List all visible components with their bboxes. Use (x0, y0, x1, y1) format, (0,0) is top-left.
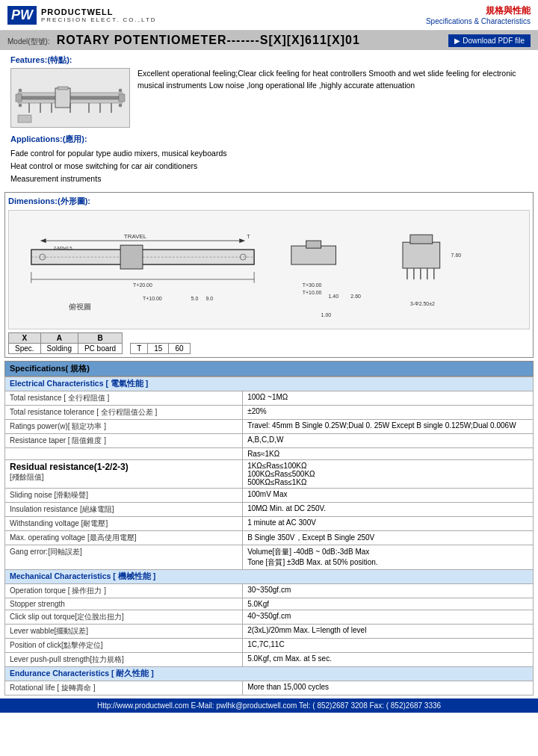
pdf-download-button[interactable]: ▶ Download PDF file (448, 34, 531, 47)
svg-rect-3 (58, 87, 68, 90)
residual-big-label: Residual resistance(1-2/2-3) (10, 462, 129, 472)
xab-header-b: B (78, 333, 122, 344)
residual-val-1: 1KΩ≤Ras≤100KΩ (247, 462, 528, 470)
header: PW PRODUCTWELL PRECISION ELECT. CO.,LTD … (0, 0, 538, 31)
dimensions-drawing: TRAVEL T T+20.00 2-M3x0.5 (8, 210, 530, 329)
specs-main-title: Specifications( 規格) (4, 361, 534, 377)
svg-rect-37 (410, 235, 433, 244)
position-click-label: Position of click[點擊停定位] (5, 639, 243, 653)
svg-point-7 (19, 104, 22, 107)
dimensions-section: Dimensions:(外形圖): TRAVEL T T+20.00 (4, 192, 534, 358)
app-line-1: Fade control for popular type audio mixe… (10, 147, 528, 160)
tolerance-row: Total resistance tolerance [ 全行程阻值公差 ] ±… (5, 406, 534, 420)
dimensions-svg: TRAVEL T T+20.00 2-M3x0.5 (9, 212, 529, 328)
xab-table: X A B Spec. Solding PC board (8, 332, 123, 354)
svg-text:T+30.00: T+30.00 (303, 282, 322, 288)
svg-point-9 (119, 104, 122, 107)
svg-rect-17 (18, 115, 31, 123)
specs-section: Specifications( 規格) Electrical Character… (4, 361, 534, 695)
residual-val-3: 500KΩ≤Ras≤1KΩ (247, 478, 528, 486)
sliding-noise-row: Sliding noise [滑動噪聲] 100mV Max (5, 489, 534, 503)
svg-rect-21 (120, 245, 143, 269)
model-info: Model(型號): ROTARY POTENTIOMETER-------S[… (7, 34, 360, 47)
svg-rect-2 (55, 88, 70, 108)
residual-resistance-row: Residual resistance(1-2/2-3) [殘餘阻值] 1KΩ≤… (5, 460, 534, 489)
features-text: Excellent operational feeling;Clear clic… (137, 68, 528, 128)
svg-marker-24 (40, 238, 46, 243)
logo-icon: PW (7, 6, 37, 25)
resistance-taper-label: Resistance taper [ 阻值錐度 ] (5, 434, 243, 448)
resistance-taper-row: Resistance taper [ 阻值錐度 ] A,B,C,D,W (5, 434, 534, 448)
svg-marker-23 (239, 238, 245, 243)
ratings-power-label: Ratings power(w)[ 額定功率 ] (5, 420, 243, 434)
op-torque-label: Operation torque [ 操作扭力 ] (5, 584, 243, 598)
svg-point-6 (19, 89, 22, 92)
total-resistance-label: Total resistance [ 全行程阻值 ] (5, 391, 243, 406)
svg-text:2.60: 2.60 (350, 294, 361, 299)
svg-text:3-Φ2.50±2: 3-Φ2.50±2 (410, 301, 435, 306)
svg-text:T+20.00: T+20.00 (133, 282, 152, 288)
t-label: T (131, 344, 148, 354)
t-val-1: 15 (148, 344, 169, 354)
svg-rect-35 (306, 241, 321, 248)
lever-wabble-label: Lever wabble[擺動誤差] (5, 625, 243, 639)
applications-text: Fade control for popular type audio mixe… (10, 147, 528, 185)
insulation-row: Insulation resistance [絕緣電阻] 10MΩ Min. a… (5, 503, 534, 517)
footer: Http://www.productwell.com E-Mail: pwlhk… (0, 698, 538, 713)
svg-text:1.00: 1.00 (321, 312, 332, 317)
withstanding-value: 1 minute at AC 300V (243, 517, 534, 531)
features-title: Features:(特點): (10, 55, 528, 66)
click-slip-value: 40~350gf.cm (243, 610, 534, 625)
t-val-2: 60 (169, 344, 190, 354)
model-label: Model(型號): (7, 37, 50, 46)
position-click-value: 1C,7C,11C (243, 639, 534, 653)
rotational-life-label: Rotational life [ 旋轉壽命 ] (5, 681, 243, 695)
max-voltage-row: Max. operating voltage [最高使用電壓] B Single… (5, 531, 534, 545)
push-pull-row: Lever push-pull strength[拉力規格] 5.0Kgf, c… (5, 653, 534, 667)
resistance-taper-value: A,B,C,D,W (243, 434, 534, 448)
applications-section: Applications:(應用): Fade control for popu… (0, 132, 538, 189)
gang-error-val-2: Tone [音質] ±3dB Max. at 50% position. (247, 557, 528, 568)
features-content: Excellent operational feeling;Clear clic… (10, 68, 528, 128)
click-slip-label: Click slip out torque[定位脫出扭力] (5, 610, 243, 625)
stopper-value: 5.0Kgf (243, 598, 534, 610)
svg-text:7.60: 7.60 (451, 252, 462, 258)
features-section: Features:(特點): (0, 50, 538, 132)
tolerance-value: ±20% (243, 406, 534, 420)
svg-text:2-M3x0.5: 2-M3x0.5 (54, 246, 73, 250)
app-line-2: Heat control or mose switching for car a… (10, 160, 528, 173)
product-image (10, 68, 130, 128)
svg-text:T+10.00: T+10.00 (143, 296, 162, 301)
model-bar: Model(型號): ROTARY POTENTIOMETER-------S[… (0, 31, 538, 50)
residual-resistance-values: 1KΩ≤Ras≤100KΩ 100KΩ≤Ras≤500KΩ 500KΩ≤Ras≤… (243, 460, 534, 489)
residual-resistance-label: Residual resistance(1-2/2-3) [殘餘阻值] (5, 460, 243, 489)
svg-rect-5 (119, 94, 125, 102)
svg-text:9.0: 9.0 (205, 296, 213, 301)
xab-header-a: A (40, 333, 78, 344)
specs-table: Electrical Characteristics [ 電氣性能 ] Tota… (4, 377, 534, 695)
lever-wabble-value: 2(3xL)/20mm Max. L=length of level (243, 625, 534, 639)
residual-val-2: 100KΩ≤Ras≤500KΩ (247, 470, 528, 478)
mechanical-header-row: Mechanical Characteristics [ 機械性能 ] (5, 570, 534, 584)
xab-val-b: PC board (78, 344, 122, 354)
ras-row: Ras≈1KΩ (5, 448, 534, 460)
svg-text:1.40: 1.40 (329, 294, 339, 299)
insulation-label: Insulation resistance [絕緣電阻] (5, 503, 243, 517)
svg-text:俯視圖: 俯視圖 (69, 303, 91, 311)
gang-error-row: Gang error:[同軸誤差] Volume[音量] -40dB ~ 0dB… (5, 545, 534, 570)
logo-box: PW PRODUCTWELL PRECISION ELECT. CO.,LTD (7, 6, 157, 25)
svg-text:T+10.00: T+10.00 (303, 290, 322, 295)
gang-error-label: Gang error:[同軸誤差] (5, 545, 243, 570)
stopper-row: Stopper strength 5.0Kgf (5, 598, 534, 610)
svg-text:T: T (247, 234, 250, 239)
ras-value: Ras≈1KΩ (243, 448, 534, 460)
stopper-label: Stopper strength (5, 598, 243, 610)
rotational-life-row: Rotational life [ 旋轉壽命 ] More than 15,00… (5, 681, 534, 695)
company-info: PRODUCTWELL PRECISION ELECT. CO.,LTD (41, 7, 157, 23)
max-voltage-label: Max. operating voltage [最高使用電壓] (5, 531, 243, 545)
applications-title: Applications:(應用): (10, 134, 528, 145)
residual-sub-label: [殘餘阻值] (10, 473, 44, 481)
max-voltage-value: B Single 350V，Except B Single 250V (243, 531, 534, 545)
op-torque-value: 30~350gf.cm (243, 584, 534, 598)
gang-error-val-1: Volume[音量] -40dB ~ 0dB:-3dB Max (247, 547, 528, 557)
